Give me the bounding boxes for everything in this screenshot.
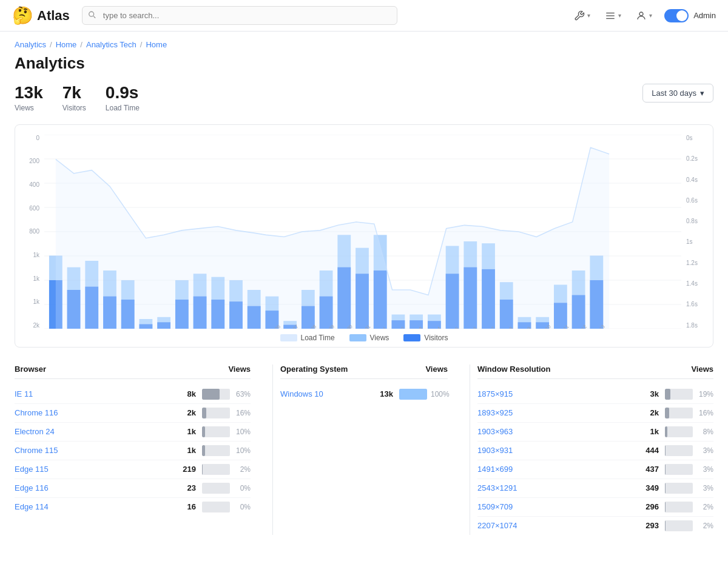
row-views: 293 xyxy=(629,521,659,530)
breadcrumb-sep-2: / xyxy=(80,40,83,49)
table-row: 2543×1291 349 3% xyxy=(477,479,713,498)
row-name[interactable]: Electron 24 xyxy=(15,427,166,436)
row-pct: 3% xyxy=(696,446,713,455)
row-name[interactable]: Edge 115 xyxy=(15,465,166,474)
row-pct: 2% xyxy=(696,522,713,530)
table-row: 1491×699 437 3% xyxy=(477,460,713,479)
row-name[interactable]: IE 11 xyxy=(15,389,166,398)
svg-point-0 xyxy=(89,12,94,16)
row-bar-wrap: 3% xyxy=(665,445,713,456)
row-bar-wrap: 0% xyxy=(202,502,251,512)
resolution-table-body: 1875×915 3k 19% 1893×925 2k 16% 1903×963… xyxy=(477,385,713,535)
row-bar-bg xyxy=(665,520,693,531)
chart-svg: Aug 14 Aug 15 Aug 16 Aug 17 Aug 18 Aug 1… xyxy=(44,135,681,329)
row-bar-wrap: 3% xyxy=(665,483,713,494)
row-name[interactable]: 1903×931 xyxy=(477,446,629,455)
row-name[interactable]: 1491×699 xyxy=(477,465,629,474)
user-button[interactable]: ▾ xyxy=(633,8,655,24)
logo[interactable]: 🤔 Atlas xyxy=(12,5,70,25)
row-pct: 0% xyxy=(234,484,251,492)
browser-table: Browser Views IE 11 8k 63% Chrome 116 2k… xyxy=(15,364,265,535)
date-range-label: Last 30 days xyxy=(652,89,696,98)
row-name[interactable]: 1903×963 xyxy=(477,427,629,436)
divider-1 xyxy=(272,364,273,535)
row-name[interactable]: 1509×709 xyxy=(477,502,629,511)
row-bar-fill xyxy=(399,389,427,400)
row-bar-fill xyxy=(665,426,667,437)
os-table-header: Operating System Views xyxy=(280,364,448,379)
row-bar-fill xyxy=(665,464,666,475)
browser-table-body: IE 11 8k 63% Chrome 116 2k 16% Electron … xyxy=(15,385,251,516)
row-pct: 63% xyxy=(234,390,251,398)
row-bar-wrap: 2% xyxy=(202,464,251,475)
tools-button[interactable]: ▾ xyxy=(571,8,593,24)
admin-toggle[interactable] xyxy=(664,9,689,22)
row-name[interactable]: 1893×925 xyxy=(477,408,629,417)
row-bar-fill xyxy=(665,408,669,418)
svg-point-5 xyxy=(639,12,643,16)
row-pct: 2% xyxy=(234,465,251,474)
breadcrumb-analytics-tech[interactable]: Analytics Tech xyxy=(86,40,136,49)
main-content: Analytics 13k Views 7k Visitors 0.9s Loa… xyxy=(0,54,728,549)
row-bar-bg xyxy=(202,389,230,400)
breadcrumb-analytics[interactable]: Analytics xyxy=(15,40,46,49)
stat-load-time: 0.9s Load Time xyxy=(106,84,140,112)
row-pct: 19% xyxy=(696,390,713,398)
row-name[interactable]: 2543×1291 xyxy=(477,483,629,492)
list-button[interactable]: ▾ xyxy=(602,8,624,24)
search-input[interactable] xyxy=(82,6,397,25)
row-views: 3k xyxy=(629,389,659,398)
row-bar-wrap: 0% xyxy=(202,483,251,494)
chart-y-left: 2k 1k 1k 1k 800 600 400 200 0 xyxy=(25,135,44,329)
breadcrumb-sep-1: / xyxy=(50,40,52,49)
date-range-button[interactable]: Last 30 days ▾ xyxy=(642,84,713,102)
row-bar-fill xyxy=(202,389,220,400)
table-row: 1875×915 3k 19% xyxy=(477,385,713,404)
legend-visitors-color xyxy=(403,334,420,341)
admin-label: Admin xyxy=(693,11,716,20)
row-pct: 8% xyxy=(696,428,713,436)
breadcrumb-home-2[interactable]: Home xyxy=(146,40,167,49)
resolution-table: Window Resolution Views 1875×915 3k 19% … xyxy=(477,364,713,535)
browser-views-col-head: Views xyxy=(228,364,251,374)
row-views: 296 xyxy=(629,502,659,511)
table-row: IE 11 8k 63% xyxy=(15,385,251,404)
browser-table-header: Browser Views xyxy=(15,364,251,379)
date-range-chevron: ▾ xyxy=(700,89,704,98)
legend-load-time: Load Time xyxy=(280,334,335,342)
chart-wrap: 2k 1k 1k 1k 800 600 400 200 0 xyxy=(25,135,703,329)
row-views: 1k xyxy=(629,427,659,436)
page-title: Analytics xyxy=(15,54,713,73)
row-bar-wrap: 19% xyxy=(665,389,713,400)
table-row: Chrome 116 2k 16% xyxy=(15,404,251,423)
row-bar-wrap: 3% xyxy=(665,464,713,475)
breadcrumb-home-1[interactable]: Home xyxy=(56,40,77,49)
row-name[interactable]: Chrome 115 xyxy=(15,446,166,455)
row-name[interactable]: 1875×915 xyxy=(477,389,629,398)
legend-views-label: Views xyxy=(370,334,389,342)
row-bar-bg xyxy=(202,426,230,437)
row-name[interactable]: Windows 10 xyxy=(280,389,363,398)
row-bar-bg xyxy=(665,464,693,475)
row-name[interactable]: Edge 116 xyxy=(15,483,166,492)
chart-y-right: 1.8s 1.6s 1.4s 1.2s 1s 0.8s 0.6s 0.4s 0.… xyxy=(681,135,703,329)
row-pct: 16% xyxy=(234,409,251,417)
row-name[interactable]: 2207×1074 xyxy=(477,521,629,530)
row-bar-fill xyxy=(665,520,666,531)
row-views: 444 xyxy=(629,446,659,455)
row-bar-fill xyxy=(202,426,205,437)
row-bar-fill xyxy=(202,464,203,475)
row-name[interactable]: Chrome 116 xyxy=(15,408,166,417)
stat-views: 13k Views xyxy=(15,84,43,112)
row-name[interactable]: Edge 114 xyxy=(15,502,166,511)
row-bar-fill xyxy=(665,389,670,400)
row-pct: 10% xyxy=(234,428,251,436)
search-bar[interactable] xyxy=(82,6,397,25)
row-bar-wrap: 100% xyxy=(399,389,448,400)
row-views: 437 xyxy=(629,465,659,474)
row-bar-bg xyxy=(202,408,230,418)
table-row: Chrome 115 1k 10% xyxy=(15,442,251,460)
row-views: 349 xyxy=(629,483,659,492)
row-bar-bg xyxy=(665,389,693,400)
row-pct: 0% xyxy=(234,503,251,511)
